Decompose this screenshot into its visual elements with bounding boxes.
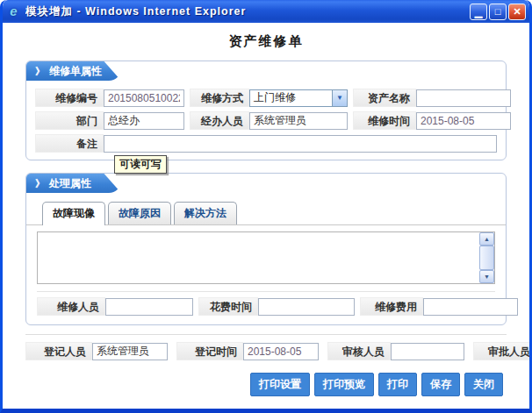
cost-group: 维修费用	[360, 297, 518, 316]
department-input[interactable]	[104, 112, 184, 130]
handler-group: 经办人员	[190, 111, 348, 130]
close-form-button[interactable]: 关闭	[464, 373, 503, 396]
register-time-input[interactable]	[243, 343, 319, 360]
remark-label: 备注	[35, 134, 104, 153]
register-time-label: 登记时间	[176, 342, 243, 360]
section-header-repair-order: 》 维修单属性	[26, 61, 121, 81]
minimize-button[interactable]: ▁	[470, 4, 487, 20]
maximize-button[interactable]: □	[489, 4, 507, 20]
tab-fault-symptom[interactable]: 故障现像	[42, 202, 105, 225]
tab-fault-cause[interactable]: 故障原因	[108, 202, 171, 224]
print-button[interactable]: 打印	[378, 373, 417, 396]
ie-window: e 模块增加 - Windows Internet Explorer ▁ □ ✕…	[0, 0, 532, 413]
internet-explorer-icon: e	[6, 4, 21, 19]
register-person-label: 登记人员	[25, 342, 92, 360]
department-label: 部门	[35, 111, 104, 130]
remark-group: 备注	[35, 134, 497, 153]
chevron-down-icon[interactable]: ▼	[332, 90, 347, 106]
reviewer-label: 审核人员	[327, 342, 391, 360]
section-arrow-icon: 》	[35, 177, 45, 190]
window-title: 模块增加 - Windows Internet Explorer	[25, 4, 470, 19]
repair-order-fields: 维修编号 维修方式 上门维修 ▼ 资产名称	[26, 81, 506, 160]
repairer-group: 维修人员	[37, 297, 193, 316]
repair-time-group: 维修时间	[353, 111, 511, 130]
field-row: 备注	[35, 134, 497, 153]
registration-row: 登记人员 登记时间 审核人员 审批人员	[25, 334, 507, 360]
scroll-up-icon[interactable]: ▲	[479, 232, 494, 246]
maximize-icon: □	[495, 7, 501, 17]
textarea-scrollbar[interactable]: ▲ ▼	[479, 232, 494, 283]
repair-time-input[interactable]	[416, 112, 511, 130]
remark-input[interactable]	[104, 135, 497, 153]
repair-mode-select[interactable]: 上门维修 ▼	[249, 89, 348, 107]
fault-symptom-textarea-wrap: ▲ ▼	[37, 231, 495, 284]
scroll-down-icon[interactable]: ▼	[479, 270, 494, 283]
repair-time-label: 维修时间	[353, 111, 416, 130]
fault-tabs: 故障现像 故障原因 解决方法	[26, 193, 506, 225]
time-spent-input[interactable]	[258, 298, 355, 316]
section-header-label: 维修单属性	[49, 64, 102, 79]
process-panel: 》 处理属性 故障现像 故障原因 解决方法 ▲ ▼ 维修人员	[25, 173, 507, 325]
asset-name-input[interactable]	[416, 89, 511, 107]
asset-name-group: 资产名称	[353, 89, 511, 107]
department-group: 部门	[35, 111, 184, 130]
action-buttons: 打印设置 打印预览 打印 保存 关闭	[3, 373, 503, 396]
reviewer-input[interactable]	[391, 343, 464, 360]
cost-input[interactable]	[423, 298, 518, 316]
handler-input[interactable]	[249, 112, 348, 130]
repair-mode-group: 维修方式 上门维修 ▼	[190, 89, 348, 107]
register-time-group: 登记时间	[176, 342, 319, 360]
approver-group: 审批人员	[473, 342, 532, 360]
close-button[interactable]: ✕	[508, 4, 526, 20]
scrollbar-thumb[interactable]	[479, 246, 494, 270]
tooltip-read-write: 可读可写	[114, 155, 167, 174]
asset-name-label: 资产名称	[353, 89, 416, 107]
page-content: 资产维修单 》 维修单属性 维修编号 维修方式 上门维修 ▼	[3, 23, 529, 409]
repair-no-group: 维修编号	[35, 89, 184, 107]
repair-mode-selected: 上门维修	[250, 90, 296, 105]
register-person-group: 登记人员	[25, 342, 168, 360]
section-header-label: 处理属性	[49, 176, 91, 191]
titlebar[interactable]: e 模块增加 - Windows Internet Explorer ▁ □ ✕	[3, 0, 529, 23]
repair-mode-label: 维修方式	[190, 89, 249, 107]
field-row: 部门 经办人员 维修时间	[35, 111, 497, 130]
print-settings-button[interactable]: 打印设置	[250, 373, 310, 396]
repair-order-panel: 》 维修单属性 维修编号 维修方式 上门维修 ▼	[25, 61, 507, 160]
reviewer-group: 审核人员	[327, 342, 464, 360]
minimize-icon: ▁	[475, 8, 482, 18]
handler-label: 经办人员	[190, 111, 249, 130]
section-arrow-icon: 》	[35, 65, 45, 78]
page-title: 资产维修单	[3, 33, 529, 50]
cost-label: 维修费用	[360, 297, 423, 316]
window-controls: ▁ □ ✕	[470, 4, 526, 20]
time-spent-label: 花费时间	[198, 297, 258, 316]
save-button[interactable]: 保存	[421, 373, 460, 396]
repair-no-label: 维修编号	[35, 89, 104, 107]
register-person-input[interactable]	[92, 343, 168, 360]
approver-label: 审批人员	[473, 342, 532, 360]
field-row: 维修编号 维修方式 上门维修 ▼ 资产名称	[35, 89, 497, 107]
repair-detail-row: 维修人员 花费时间 维修费用	[37, 291, 495, 316]
repairer-input[interactable]	[105, 298, 193, 316]
tab-solution[interactable]: 解决方法	[174, 202, 237, 224]
repairer-label: 维修人员	[37, 297, 105, 316]
time-spent-group: 花费时间	[198, 297, 355, 316]
section-header-process: 》 处理属性	[26, 174, 121, 193]
repair-no-input[interactable]	[104, 89, 184, 107]
fault-symptom-textarea[interactable]	[38, 232, 494, 283]
close-icon: ✕	[513, 7, 521, 17]
print-preview-button[interactable]: 打印预览	[314, 373, 374, 396]
